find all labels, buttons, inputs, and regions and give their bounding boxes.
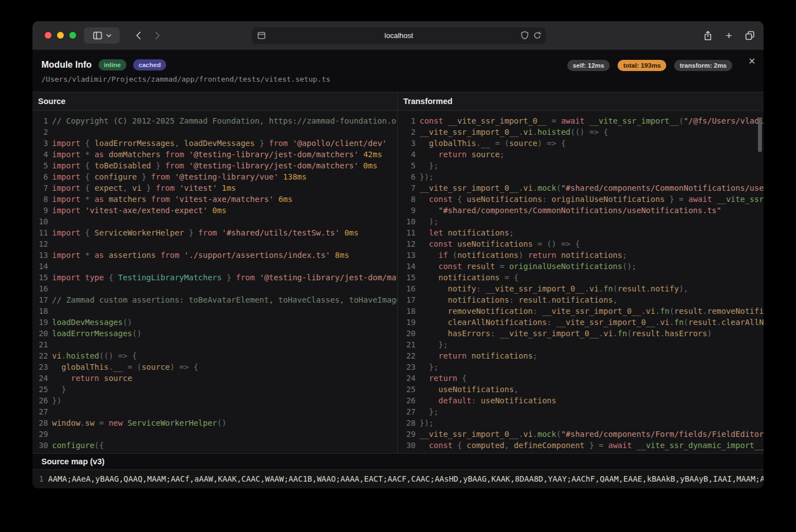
code-line: 2 [32, 126, 397, 138]
transformed-panel: Transformed 1const __vite_ssr_import_0__… [397, 92, 764, 453]
code-line: 4 return source; [398, 149, 764, 160]
line-number: 20 [32, 328, 48, 339]
code-line: 10 ); [398, 216, 764, 227]
line-number: 11 [398, 227, 416, 238]
code-text: import { expect, vi } from 'vitest' 1ms [48, 182, 236, 194]
browser-window: localhost + [32, 21, 764, 488]
code-text: }); [416, 417, 434, 429]
code-text: window.sw = new ServiceWorkerHelper() [48, 417, 227, 429]
url-text: localhost [252, 27, 546, 44]
line-number: 18 [32, 305, 48, 317]
close-window-button[interactable] [45, 32, 51, 39]
code-text: import { toBeDisabled } from '@testing-l… [48, 160, 378, 171]
browser-toolbar: localhost + [32, 21, 764, 50]
code-text: // Zammad custom assertions: toBeAvatarE… [48, 294, 397, 305]
fullscreen-window-button[interactable] [69, 32, 76, 39]
panel-title: Transformed [403, 97, 453, 106]
code-text: const result = originalUseNotifications(… [416, 261, 637, 272]
code-line: 7__vite_ssr_import_0__.vi.mock("#shared/… [398, 182, 764, 194]
code-line: 25 useNotifications, [398, 384, 764, 395]
line-number: 3 [398, 138, 416, 149]
code-text: loadDevMessages() [48, 317, 132, 328]
code-text: if (notifications) return notifications; [416, 249, 627, 261]
module-info-header: Module Info inline cached self: 12ms tot… [32, 50, 764, 92]
scrollbar-thumb[interactable] [758, 117, 762, 152]
forward-button[interactable] [149, 27, 166, 44]
code-line: 11import { ServiceWorkerHelper } from '#… [32, 227, 397, 238]
sidebar-toggle-button[interactable] [84, 27, 120, 44]
code-text [48, 339, 52, 350]
line-number: 12 [398, 238, 416, 249]
line-number: 25 [398, 384, 416, 395]
code-line: 4import * as domMatchers from '@testing-… [32, 149, 397, 160]
back-button[interactable] [130, 27, 147, 44]
source-panel-header: Source [32, 92, 397, 111]
reload-icon[interactable] [533, 31, 541, 40]
code-text: globalThis.__ = (source) => { [48, 361, 198, 373]
code-line: 16 notify: __vite_ssr_import_0__.vi.fn(r… [398, 283, 764, 294]
code-line: 11 let notifications; [398, 227, 764, 238]
line-number: 12 [32, 238, 48, 249]
address-bar[interactable]: localhost [252, 27, 546, 44]
sourcemap-code-area[interactable]: 1AAMA;AAeA,yBAAG,QAAQ,MAAM;AACf,aAAW,KAA… [32, 470, 764, 488]
code-line: 21 [32, 339, 397, 350]
line-number: 24 [32, 373, 48, 384]
code-line: 1AAMA;AAeA,yBAAG,QAAQ,MAAM;AACf,aAAW,KAA… [32, 473, 764, 484]
code-line: 13 if (notifications) return notificatio… [398, 249, 764, 261]
code-text: const useNotifications = () => { [416, 238, 580, 249]
shield-icon[interactable] [521, 31, 529, 40]
code-line: 26 default: useNotifications [398, 395, 764, 406]
code-text [48, 238, 52, 249]
line-number: 28 [398, 417, 416, 429]
code-text [48, 429, 52, 440]
code-text: import type { TestingLibraryMatchers } f… [48, 272, 397, 283]
line-number: 9 [398, 205, 416, 216]
line-number: 29 [32, 429, 48, 440]
line-number: 7 [398, 182, 416, 194]
module-file-path: /Users/vladimir/Projects/zammad/app/fron… [41, 75, 331, 83]
code-text: configure({ [48, 440, 104, 451]
code-text: }; [416, 361, 439, 373]
code-line: 28}); [398, 417, 764, 429]
source-code-area[interactable]: 1// Copyright (C) 2012-2025 Zammad Found… [32, 111, 397, 453]
line-number: 7 [32, 182, 48, 194]
code-line: 20 hasErrors: __vite_ssr_import_0__.vi.f… [398, 328, 764, 339]
code-text: const { computed, defineComponent } = aw… [416, 440, 764, 451]
line-number: 24 [398, 373, 416, 384]
code-text: default: useNotifications [416, 395, 556, 406]
code-line: 27 [32, 406, 397, 417]
close-button[interactable]: ✕ [748, 57, 756, 66]
line-number: 13 [32, 249, 48, 261]
transformed-code-area[interactable]: 1const __vite_ssr_import_0__ = await __v… [398, 111, 764, 453]
code-line: 24 return source [32, 373, 397, 384]
code-text: notify: __vite_ssr_import_0__.vi.fn(resu… [416, 283, 689, 294]
code-text [48, 305, 52, 317]
code-text [48, 216, 52, 227]
line-number: 6 [398, 171, 416, 182]
code-line: 30 const { computed, defineComponent } =… [398, 440, 764, 451]
share-button[interactable] [699, 27, 716, 44]
code-text: }); [416, 171, 434, 182]
code-text: AAMA;AAeA,yBAAG,QAAQ,MAAM;AACf,aAAW,KAAK… [44, 473, 764, 484]
code-line: 16 [32, 283, 397, 294]
line-number: 2 [32, 126, 48, 138]
close-icon: ✕ [748, 57, 756, 66]
code-text: } [48, 384, 66, 395]
code-text: }; [416, 406, 439, 417]
line-number: 26 [32, 395, 48, 406]
code-text: const { useNotifications: originalUseNot… [416, 194, 764, 205]
total-time-badge: total: 193ms [618, 60, 666, 71]
tab-overview-button[interactable] [741, 27, 759, 44]
new-tab-button[interactable]: + [720, 27, 737, 44]
sidebar-icon [93, 31, 102, 40]
line-number: 25 [32, 384, 48, 395]
code-line: 5 }; [398, 160, 764, 171]
minimize-window-button[interactable] [57, 32, 64, 39]
code-text [48, 261, 52, 272]
code-line: 17 notifications: result.notifications, [398, 294, 764, 305]
line-number: 27 [32, 406, 48, 417]
code-line: 12 const useNotifications = () => { [398, 238, 764, 249]
code-text: import * as domMatchers from '@testing-l… [48, 149, 382, 160]
code-text: import * as assertions from './support/a… [48, 249, 349, 261]
code-line: 3import { loadErrorMessages, loadDevMess… [32, 138, 397, 149]
